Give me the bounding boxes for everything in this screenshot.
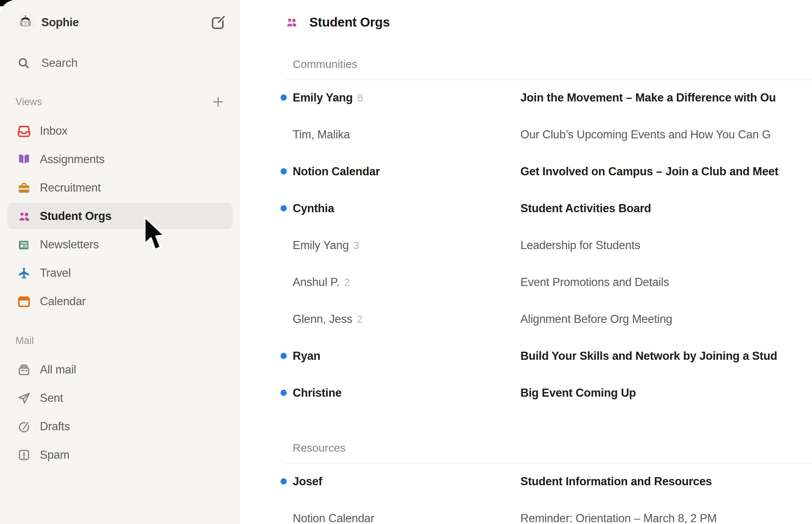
search-icon (17, 56, 30, 70)
sidebar-item-label: Drafts (40, 420, 70, 433)
sender-cell: Cynthia (293, 202, 514, 215)
airplane-icon (17, 266, 31, 280)
newspaper-icon (17, 238, 31, 252)
email-row[interactable]: RyanBuild Your Skills and Network by Joi… (240, 338, 812, 375)
sidebar-item-inbox[interactable]: Inbox (0, 117, 240, 145)
email-row[interactable]: Glenn, Jess2Alignment Before Org Meeting (240, 301, 812, 338)
sidebar-item-label: Recruitment (40, 181, 101, 194)
sidebar-item-recruitment[interactable]: Recruitment (0, 173, 240, 202)
sidebar-item-label: Calendar (40, 295, 86, 308)
sidebar-item-student-orgs[interactable]: Student Orgs (0, 202, 240, 230)
briefcase-icon (17, 181, 31, 195)
unread-dot (281, 353, 287, 359)
sender-name: Glenn, Jess (293, 313, 352, 326)
alert-square-icon (17, 448, 31, 462)
thread-count: 3 (353, 239, 359, 252)
sidebar-section-header: Views (0, 93, 240, 111)
email-row[interactable]: JosefStudent Information and Resources (240, 463, 812, 500)
email-subject: Get Involved on Campus – Join a Club and… (520, 165, 812, 178)
sender-name: Emily Yang (293, 91, 353, 104)
sidebar-item-sent[interactable]: Sent (0, 384, 240, 412)
sidebar-item-drafts[interactable]: Drafts (0, 412, 240, 441)
sender-cell: Notion Calendar (293, 512, 514, 524)
sidebar-section-label: Views (16, 93, 42, 111)
email-row[interactable]: Emily Yang8Join the Movement – Make a Di… (240, 79, 812, 116)
sender-cell: Emily Yang3 (293, 239, 514, 252)
search-input[interactable]: Search (0, 49, 240, 77)
email-subject: Build Your Skills and Network by Joining… (520, 349, 812, 363)
sidebar-item-calendar[interactable]: Calendar (0, 287, 240, 316)
email-subject: Student Information and Resources (520, 475, 812, 488)
thread-count: 8 (357, 92, 363, 104)
sender-name: Notion Calendar (293, 512, 374, 524)
sidebar-item-label: Sent (40, 392, 63, 405)
sidebar: Sophie Search Views Inbox Assignments (0, 0, 240, 524)
view-header: Student Orgs (240, 13, 812, 31)
search-label: Search (41, 49, 78, 77)
unread-dot (281, 94, 287, 101)
sidebar-item-travel[interactable]: Travel (0, 259, 240, 287)
unread-dot (281, 205, 287, 211)
sender-name: Christine (293, 386, 342, 400)
email-subject: Join the Movement – Make a Difference wi… (520, 91, 812, 104)
email-subject: Student Activities Board (520, 202, 812, 215)
email-subject: Our Club’s Upcoming Events and How You C… (520, 128, 812, 141)
sender-name: Cynthia (293, 202, 334, 215)
email-subject: Big Event Coming Up (520, 386, 812, 400)
email-row[interactable]: Anshul P.2Event Promotions and Details (240, 264, 812, 301)
sender-cell: Josef (293, 475, 514, 488)
mail-list-pane: Student Orgs CommunitiesEmily Yang8Join … (240, 0, 812, 524)
sidebar-item-all-mail[interactable]: All mail (0, 355, 240, 384)
sidebar-item-assignments[interactable]: Assignments (0, 145, 240, 173)
sender-name: Tim, Malika (293, 128, 350, 141)
thread-count: 2 (357, 313, 363, 325)
pencil-circle-icon (17, 420, 31, 434)
email-row[interactable]: Notion CalendarGet Involved on Campus – … (240, 153, 812, 190)
sender-cell: Ryan (293, 349, 514, 363)
email-row[interactable]: Emily Yang3Leadership for Students (240, 227, 812, 264)
sidebar-section-header: Mail (0, 332, 240, 349)
email-row[interactable]: CynthiaStudent Activities Board (240, 190, 812, 227)
avatar[interactable] (16, 13, 35, 32)
sender-name: Emily Yang (293, 239, 349, 252)
sender-cell: Emily Yang8 (293, 91, 514, 104)
people-icon (17, 209, 31, 223)
email-row[interactable]: ChristineBig Event Coming Up (240, 375, 812, 411)
sidebar-item-spam[interactable]: Spam (0, 441, 240, 469)
inbox-icon (17, 124, 31, 138)
app-window: Sophie Search Views Inbox Assignments (0, 0, 812, 524)
sender-cell: Anshul P.2 (293, 276, 514, 289)
sidebar-item-label: Travel (40, 266, 71, 280)
sidebar-item-label: Spam (40, 448, 69, 462)
sender-name: Ryan (293, 349, 320, 363)
sidebar-item-label: Assignments (40, 153, 104, 166)
sidebar-item-label: Newsletters (40, 238, 99, 251)
all-mail-icon (17, 363, 31, 377)
compose-icon[interactable] (210, 15, 226, 30)
add-view-button[interactable] (211, 95, 225, 109)
unread-dot (281, 168, 287, 175)
unread-dot (281, 478, 287, 485)
thread-count: 2 (344, 276, 350, 289)
account-switcher[interactable]: Sophie (0, 9, 240, 36)
email-row[interactable]: Notion CalendarReminder: Orientation – M… (240, 500, 812, 524)
email-row[interactable]: Tim, MalikaOur Club’s Upcoming Events an… (240, 116, 812, 153)
sender-cell: Tim, Malika (293, 128, 514, 141)
sidebar-item-label: All mail (40, 363, 76, 376)
user-name: Sophie (41, 9, 79, 36)
book-icon (17, 152, 31, 166)
sender-cell: Glenn, Jess2 (293, 313, 514, 326)
calendar-icon (17, 294, 31, 308)
email-subject: Leadership for Students (520, 239, 812, 252)
sender-cell: Christine (293, 386, 514, 400)
email-subject: Alignment Before Org Meeting (520, 313, 812, 326)
sender-name: Notion Calendar (293, 165, 380, 178)
people-icon (285, 15, 298, 29)
sidebar-item-newsletters[interactable]: Newsletters (0, 230, 240, 259)
unread-dot (281, 390, 287, 396)
sidebar-item-label: Student Orgs (40, 210, 111, 223)
list-section-label: Communities (293, 55, 357, 73)
sidebar-section-label: Mail (16, 332, 34, 349)
sender-cell: Notion Calendar (293, 165, 514, 178)
email-subject: Event Promotions and Details (520, 276, 812, 289)
